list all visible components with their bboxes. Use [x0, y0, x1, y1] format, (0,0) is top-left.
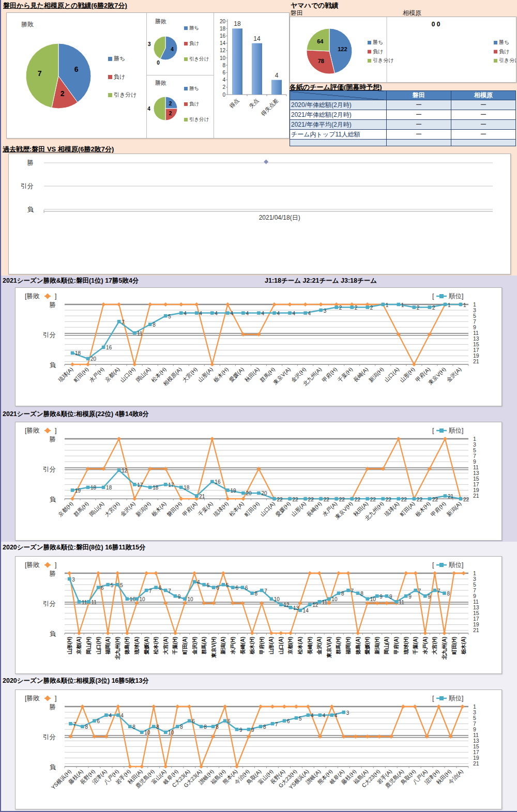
svg-text:引分: 引分: [43, 600, 56, 607]
svg-text:5: 5: [299, 716, 302, 722]
svg-text:甲府(A): 甲府(A): [181, 500, 199, 517]
svg-text:21: 21: [473, 627, 479, 633]
iwata-2020-title: 2020シーズン勝敗&順位:磐田(8位) 16勝11敗15分: [3, 543, 146, 552]
eval-row-label: 2021/年俸総額(2月時): [290, 110, 387, 120]
svg-text:21: 21: [473, 493, 479, 499]
svg-text:新潟(H): 新潟(H): [134, 500, 152, 518]
svg-text:18: 18: [234, 20, 241, 27]
svg-text:6: 6: [97, 718, 100, 724]
svg-text:11: 11: [322, 600, 328, 605]
svg-text:[勝敗: [勝敗: [25, 561, 40, 569]
svg-text:22: 22: [308, 497, 314, 502]
svg-text:山形(A): 山形(A): [290, 500, 307, 517]
svg-text:4: 4: [246, 311, 249, 316]
svg-text:10: 10: [139, 596, 145, 602]
svg-text:勝: 勝: [50, 703, 56, 711]
goals-bar-chart: 0246810121416182018得点14失点4得失点差: [214, 13, 289, 138]
svg-text:4: 4: [311, 713, 314, 718]
table-row: 2021/年俸平均(2月時) ー ー: [290, 120, 516, 130]
svg-text:19: 19: [230, 488, 236, 494]
svg-text:22: 22: [401, 497, 407, 502]
svg-text:2: 2: [339, 305, 342, 311]
svg-text:負: 負: [50, 361, 56, 369]
svg-text:4: 4: [323, 713, 326, 718]
svg-text:山口(H): 山口(H): [96, 637, 101, 654]
svg-text:18: 18: [153, 485, 159, 491]
svg-text:22: 22: [463, 497, 469, 502]
svg-text:9: 9: [251, 727, 254, 733]
svg-text:勝: 勝: [50, 436, 56, 443]
small-pie-panel-bottom: 勝敗224勝ち負け引き分け: [146, 75, 214, 138]
svg-text:9: 9: [178, 594, 181, 600]
svg-text:8: 8: [204, 724, 207, 730]
eval-cell: ー: [387, 110, 451, 120]
svg-text:長崎(H): 長崎(H): [305, 500, 323, 518]
table-row: 2020/年俸総額(2月時) ー ー: [290, 100, 516, 110]
svg-text:3: 3: [72, 577, 75, 583]
svg-text:4: 4: [109, 713, 112, 718]
svg-text:9: 9: [389, 594, 392, 600]
svg-text:琉球(H): 琉球(H): [211, 500, 229, 518]
svg-text:21: 21: [199, 494, 205, 499]
svg-text:甲府(H): 甲府(H): [321, 366, 338, 384]
svg-text:京都(A): 京都(A): [76, 637, 82, 654]
svg-text:18: 18: [75, 350, 81, 356]
svg-text:0: 0: [157, 60, 160, 66]
svg-text:10: 10: [370, 596, 376, 602]
svg-text:17: 17: [137, 482, 143, 488]
svg-text:9: 9: [239, 727, 242, 733]
svg-text:山形(A): 山形(A): [268, 637, 274, 654]
svg-text:4: 4: [171, 47, 174, 52]
svg-text:負: 負: [50, 763, 56, 771]
svg-text:千葉(A): 千葉(A): [413, 637, 418, 655]
svg-text:6: 6: [192, 718, 195, 724]
svg-text:12: 12: [312, 602, 318, 608]
svg-text:負: 負: [50, 630, 56, 637]
svg-text:町田(A): 町田(A): [399, 500, 416, 517]
svg-text:引き分け: 引き分け: [499, 57, 516, 63]
eval-cell: ー: [451, 100, 516, 110]
svg-text:負け: 負け: [499, 49, 509, 54]
svg-text:1: 1: [463, 302, 466, 308]
team-eval-table: 磐田 相模原 2020/年俸総額(2月時) ー ー 2021/年俸総額(2月時)…: [290, 90, 516, 146]
svg-text:山口(A): 山口(A): [383, 366, 400, 383]
svg-text:琉球(H): 琉球(H): [403, 637, 409, 655]
svg-text:[: [: [432, 695, 434, 702]
svg-text:]: ]: [55, 427, 56, 434]
svg-text:千葉(H): 千葉(H): [172, 637, 178, 655]
svg-text:順位]: 順位]: [449, 293, 463, 300]
svg-text:4: 4: [197, 579, 200, 585]
svg-text:11: 11: [137, 331, 143, 336]
svg-text:負け: 負け: [189, 101, 199, 106]
svg-text:東京V(A): 東京V(A): [326, 637, 332, 658]
svg-text:8: 8: [255, 591, 258, 596]
svg-text:10: 10: [274, 596, 280, 602]
svg-text:引き分け: 引き分け: [114, 91, 137, 98]
svg-text:18: 18: [220, 26, 226, 32]
svg-text:4: 4: [222, 77, 225, 83]
svg-text:8: 8: [180, 724, 183, 730]
svg-text:8: 8: [263, 724, 266, 730]
dashboard-page: 磐田から見た相模原との戦績(6勝2敗7分) 勝敗627勝ち負け引き分け 勝敗40…: [0, 0, 517, 812]
svg-text:松本(A): 松本(A): [228, 500, 245, 517]
iwata-2021-chart-box: 13579111315171921勝引分負琉球(A)町田(H)水戸(H)京都(A…: [15, 287, 502, 406]
yamaha-pie-charts: 1227864勝ち負け引き分け0 0勝ち負け引き分け: [290, 17, 516, 82]
svg-text:北九州(A): 北九州(A): [442, 637, 447, 660]
eval-cell: ー: [451, 120, 516, 130]
svg-text:20: 20: [261, 491, 267, 496]
svg-text:町田(A): 町田(A): [182, 637, 188, 654]
svg-text:大宮(H): 大宮(H): [103, 500, 121, 518]
svg-text:20: 20: [90, 356, 97, 362]
svg-text:勝敗: 勝敗: [21, 21, 34, 28]
svg-text:22: 22: [386, 497, 392, 502]
svg-text:9: 9: [428, 594, 431, 600]
past-history-title: 過去戦歴:磐田 VS 相模原(6勝2敗7分): [3, 145, 114, 154]
svg-text:8: 8: [222, 63, 225, 68]
svg-text:14: 14: [220, 40, 226, 46]
svg-text:22: 22: [339, 497, 345, 502]
svg-text:秋田(A): 秋田(A): [244, 366, 261, 383]
svg-text:8: 8: [132, 724, 135, 730]
sagamihara-2021-season-chart: 13579111315171921勝引分負京都(H)群馬(H)岡山(A)大宮(H…: [16, 422, 500, 539]
svg-text:7: 7: [437, 588, 440, 594]
svg-text:山口(A): 山口(A): [259, 500, 276, 517]
